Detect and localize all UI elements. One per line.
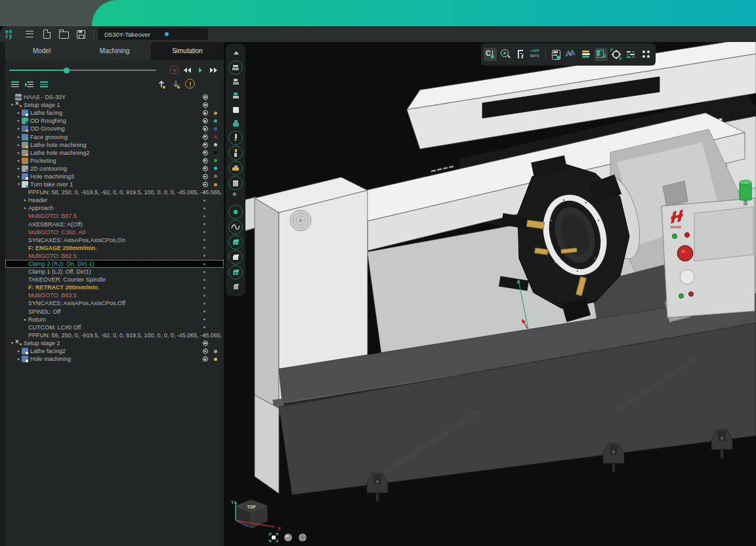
- chevron-right-icon[interactable]: ▸: [16, 174, 22, 179]
- stop-record-icon[interactable]: [169, 64, 180, 76]
- document-tab[interactable]: D530Y-Takeover: [98, 28, 208, 40]
- chevron-right-icon[interactable]: ▸: [16, 356, 22, 362]
- tab-model[interactable]: Model: [5, 42, 78, 60]
- chevron-right-icon[interactable]: ▸: [16, 158, 22, 163]
- gcode-snippet-icon[interactable]: +1G0N2T2: [529, 48, 542, 61]
- stock-layers-icon[interactable]: [579, 48, 593, 61]
- tree-row-command[interactable]: PPFUN: 59, 250, 0, -919.5, -92, 0, 0, 91…: [5, 331, 224, 339]
- chevron-right-icon[interactable]: ▸: [22, 205, 28, 211]
- collapse-toolbar-icon[interactable]: [229, 47, 242, 60]
- fit-view-icon[interactable]: [268, 532, 279, 543]
- chevron-down-icon[interactable]: ▾: [9, 102, 15, 108]
- chevron-right-icon[interactable]: ▸: [16, 118, 22, 123]
- tab-simulation[interactable]: Simulation: [151, 42, 224, 60]
- next-error-icon[interactable]: [170, 78, 182, 90]
- tree-row-operation[interactable]: ▸Hole machining: [5, 355, 224, 363]
- chevron-right-icon[interactable]: ▸: [16, 150, 22, 156]
- tree-row-operation[interactable]: ▸Hole machining3: [5, 173, 224, 180]
- tree-row-command[interactable]: MultiGOTO: B83.5: [5, 291, 224, 299]
- tab-machining[interactable]: Machining: [78, 42, 151, 60]
- tree-row-command[interactable]: TAKEOVER: Counter Spindle: [5, 276, 224, 284]
- new-file-icon[interactable]: [38, 28, 55, 41]
- chevron-right-icon[interactable]: ▸: [16, 142, 22, 148]
- tree-row-operation[interactable]: ▸2D contouring: [5, 165, 224, 173]
- list-current-icon[interactable]: [24, 78, 35, 90]
- chevron-down-icon[interactable]: ▾: [9, 341, 15, 346]
- tree-row-command[interactable]: ▸Approach: [5, 204, 224, 212]
- chevron-right-icon[interactable]: ▸: [22, 317, 28, 322]
- tree-row-command[interactable]: ▸Header: [5, 196, 224, 204]
- calculator-icon[interactable]: [549, 48, 562, 61]
- tree-row-operation[interactable]: ▸Lathe hole machining: [5, 141, 224, 149]
- tree-row-operation[interactable]: ▸Lathe facing: [5, 109, 224, 117]
- caliper-icon[interactable]: [514, 48, 527, 61]
- shaded-view-icon[interactable]: [228, 235, 243, 249]
- open-file-icon[interactable]: [55, 28, 72, 41]
- toolpath-points-icon[interactable]: [228, 205, 243, 219]
- tree-row-command[interactable]: SPINDL: Off: [5, 308, 224, 316]
- play-icon[interactable]: [195, 64, 207, 76]
- tree-row-command[interactable]: F: ENGAGE 200mm/min.: [5, 244, 224, 252]
- head2-visibility-icon[interactable]: [229, 89, 242, 102]
- fixture-visibility-icon[interactable]: [228, 161, 243, 175]
- tree-row-command[interactable]: MultiGOTO: B82.5: [5, 252, 224, 260]
- tree-row-operation[interactable]: ▸Lathe hole machining2: [5, 149, 224, 157]
- chevron-right-icon[interactable]: ▸: [16, 110, 22, 116]
- chips-visibility-icon[interactable]: *: [229, 191, 242, 204]
- chevron-down-icon[interactable]: ▾: [16, 182, 22, 187]
- tree-row-operation[interactable]: ▸Pocketing: [5, 157, 224, 165]
- tree-row-command[interactable]: AXESBRAKE: A(Off): [5, 220, 224, 228]
- tree-row-group[interactable]: ▾×Setup stage 2: [5, 339, 224, 347]
- list-all-icon[interactable]: [9, 78, 21, 90]
- menu-icon[interactable]: [21, 28, 38, 41]
- tree-row-operation[interactable]: ▸OD Grooving: [5, 125, 224, 133]
- simulation-progress-slider[interactable]: [9, 66, 156, 75]
- faceted-sphere-icon[interactable]: [297, 532, 308, 543]
- tree-row-command[interactable]: MultiGOTO: B87.5: [5, 212, 224, 220]
- tree-row-command[interactable]: F: RETRACT 200mm/min.: [5, 284, 224, 291]
- ghost-stock-icon[interactable]: [229, 280, 242, 293]
- viewport-3d[interactable]: HAAS * C+1G0N2T2: [224, 42, 756, 546]
- chevron-right-icon[interactable]: ▸: [16, 348, 22, 354]
- chevron-right-icon[interactable]: ▸: [16, 126, 22, 131]
- chevron-right-icon[interactable]: ▸: [16, 135, 22, 140]
- tree-row-command[interactable]: MultiGOTO: C360, A0: [5, 228, 224, 236]
- display-options-icon[interactable]: [625, 48, 638, 61]
- toolpath-curve-icon[interactable]: [228, 220, 243, 234]
- slider-knob[interactable]: [64, 68, 70, 74]
- tool-holder-visibility-icon[interactable]: [228, 146, 243, 160]
- tree-row-command[interactable]: Clamp 2 (RJ): On, Dir(-1): [5, 260, 224, 268]
- layout-grid-icon[interactable]: [640, 48, 653, 61]
- tree-row-operation[interactable]: ▾Turn take over 1: [5, 180, 224, 188]
- tree-row-operation[interactable]: ▸Lathe facing2: [5, 347, 224, 355]
- linked-nodes-icon[interactable]: [595, 48, 608, 61]
- tree-row-command[interactable]: SYNCAXES: AxisAPos,AxisCPos,On: [5, 236, 224, 244]
- analysis-graph-icon[interactable]: [564, 48, 578, 61]
- chevron-right-icon[interactable]: ▸: [22, 198, 28, 203]
- settings-gear-icon[interactable]: [610, 48, 623, 61]
- head-visibility-icon[interactable]: [229, 75, 242, 89]
- fast-forward-icon[interactable]: [208, 64, 220, 76]
- probe-icon[interactable]: [499, 48, 512, 61]
- tree-row-group[interactable]: HAAS - DS-30Y: [5, 93, 224, 101]
- grid-view-icon[interactable]: [228, 265, 243, 280]
- prev-error-icon[interactable]: [156, 78, 167, 90]
- chevron-right-icon[interactable]: ▸: [16, 166, 22, 171]
- list-compact-icon[interactable]: [38, 78, 50, 90]
- interim-stock-visibility-icon[interactable]: [228, 176, 243, 190]
- tree-row-group[interactable]: ▾×Setup stage 1: [5, 101, 224, 109]
- stock-visibility-icon[interactable]: [229, 117, 242, 130]
- workpiece-visibility-icon[interactable]: [229, 103, 242, 116]
- tree-row-command[interactable]: ▸Return: [5, 316, 224, 324]
- rewind-icon[interactable]: [182, 64, 194, 76]
- solid-view-icon[interactable]: [228, 250, 243, 264]
- tree-row-command[interactable]: PPFUN: 58, 250, 0, -919.5, -92, 0, 0, 91…: [5, 188, 224, 196]
- tree-row-operation[interactable]: ▸Face grooving: [5, 133, 224, 140]
- simulation-mode-icon[interactable]: C: [484, 48, 497, 61]
- tree-row-command[interactable]: CUTCOM: LC#0 Off: [5, 324, 224, 331]
- warnings-icon[interactable]: [184, 78, 196, 90]
- tree-row-command[interactable]: SYNCAXES: AxisAPos,AxisCPos,Off: [5, 299, 224, 307]
- save-icon[interactable]: [72, 28, 89, 41]
- tree-row-operation[interactable]: ▸OD Roughing: [5, 117, 224, 125]
- tree-row-command[interactable]: Clamp 1 (LJ): Off, Dir(1): [5, 268, 224, 276]
